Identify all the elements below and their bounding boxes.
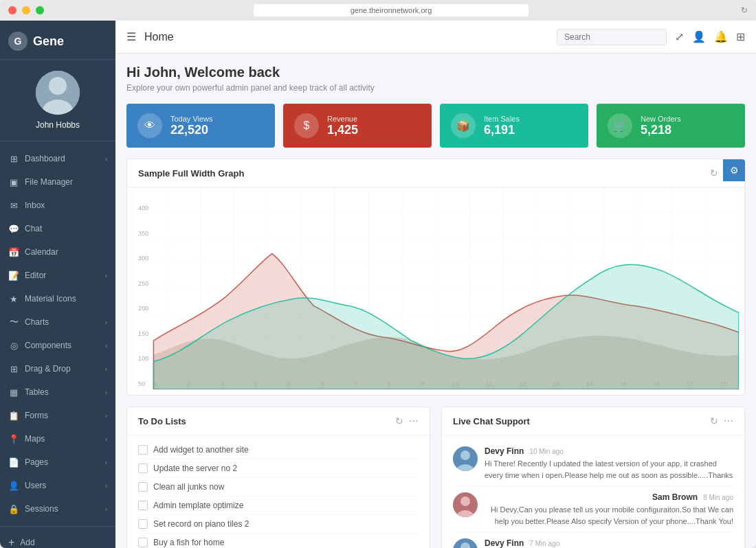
graph-area: 50 100 150 200 250 300 350 400 bbox=[127, 187, 744, 395]
todo-checkbox[interactable] bbox=[138, 464, 148, 473]
chat-more-icon[interactable]: ⋯ bbox=[724, 415, 733, 426]
account-icon[interactable]: 👤 bbox=[692, 30, 706, 43]
svg-text:200: 200 bbox=[138, 305, 148, 312]
stat-info: New Orders 5,218 bbox=[641, 115, 681, 137]
maximize-button[interactable] bbox=[36, 6, 44, 14]
sidebar-item-charts[interactable]: 〜 Charts › bbox=[0, 310, 115, 334]
sidebar-item-label: Calendar bbox=[25, 247, 107, 257]
sidebar-item-inbox[interactable]: ✉ Inbox bbox=[0, 194, 115, 217]
sidebar-header: G Gene bbox=[0, 21, 115, 60]
sidebar-item-label: Dashboard bbox=[25, 154, 100, 163]
svg-text:11: 11 bbox=[486, 380, 493, 387]
svg-text:6: 6 bbox=[321, 380, 324, 387]
todo-list: Add widget to another site Update the se… bbox=[127, 435, 430, 548]
chat-meta: Sam Brown 8 Min ago bbox=[485, 492, 733, 502]
expand-icon[interactable]: ⤢ bbox=[675, 30, 684, 43]
sidebar-item-label: Components bbox=[25, 341, 100, 350]
sidebar-item-chat[interactable]: 💬 Chat bbox=[0, 217, 115, 240]
todo-panel: To Do Lists ↻ ⋯ Add widget to another si… bbox=[126, 407, 430, 548]
sidebar-item-calendar[interactable]: 📅 Calendar bbox=[0, 240, 115, 264]
sidebar-item-tables[interactable]: ▦ Tables › bbox=[0, 380, 115, 404]
todo-checkbox[interactable] bbox=[138, 519, 148, 529]
drag-drop-icon: ⊞ bbox=[8, 363, 19, 374]
sidebar-item-pages[interactable]: 📄 Pages › bbox=[0, 450, 115, 474]
todo-checkbox[interactable] bbox=[138, 445, 148, 455]
todo-refresh-icon[interactable]: ↻ bbox=[395, 415, 403, 426]
chat-icon: 💬 bbox=[8, 223, 19, 234]
add-button[interactable]: + Add bbox=[8, 532, 107, 548]
sidebar-item-maps[interactable]: 📍 Maps › bbox=[0, 427, 115, 450]
todo-checkbox[interactable] bbox=[138, 538, 148, 547]
add-label: Add bbox=[20, 538, 34, 547]
todo-label: Admin template optimize bbox=[153, 501, 243, 510]
chevron-right-icon: › bbox=[105, 272, 107, 279]
profile-name: John Hobbs bbox=[36, 120, 80, 130]
stat-value: 5,218 bbox=[641, 123, 681, 137]
stat-label: Today Views bbox=[170, 115, 213, 123]
url-bar[interactable]: gene.theironnetwork.org bbox=[254, 4, 529, 16]
chat-avatar bbox=[453, 492, 478, 517]
bottom-row: To Do Lists ↻ ⋯ Add widget to another si… bbox=[126, 407, 745, 548]
top-icons: ⤢ 👤 🔔 ⊞ bbox=[675, 30, 745, 43]
sidebar-item-drag-drop[interactable]: ⊞ Drag & Drop › bbox=[0, 357, 115, 380]
views-icon: 👁 bbox=[137, 113, 162, 138]
svg-text:13: 13 bbox=[553, 380, 559, 387]
chevron-right-icon: › bbox=[105, 435, 107, 443]
menu-icon[interactable]: ☰ bbox=[126, 30, 136, 43]
chat-avatar bbox=[453, 538, 478, 548]
top-bar: ☰ Home ⤢ 👤 🔔 ⊞ bbox=[115, 21, 756, 54]
sidebar-item-dashboard[interactable]: ⊞ Dashboard › bbox=[0, 147, 115, 170]
chat-content: Sam Brown 8 Min ago Hi Devy,Can you plea… bbox=[485, 492, 733, 527]
graph-card-header: Sample Full Width Graph ↻ ⋯ bbox=[127, 159, 744, 187]
close-button[interactable] bbox=[8, 6, 16, 14]
svg-text:350: 350 bbox=[138, 230, 148, 237]
todo-item: Buy a fish for home bbox=[138, 534, 419, 548]
chat-refresh-icon[interactable]: ↻ bbox=[710, 415, 718, 426]
sidebar-item-material-icons[interactable]: ★ Material Icons bbox=[0, 287, 115, 310]
stat-card-revenue: $ Revenue 1,425 bbox=[283, 104, 432, 148]
todo-checkbox[interactable] bbox=[138, 482, 148, 492]
editor-icon: 📝 bbox=[8, 270, 19, 281]
logo-icon: G bbox=[8, 32, 27, 51]
chevron-right-icon: › bbox=[105, 319, 107, 326]
sidebar-item-components[interactable]: ◎ Components › bbox=[0, 334, 115, 357]
sessions-icon: 🔒 bbox=[8, 503, 19, 514]
revenue-icon: $ bbox=[294, 113, 319, 138]
sidebar-item-file-manager[interactable]: ▣ File Manager bbox=[0, 170, 115, 194]
sidebar-item-label: Editor bbox=[25, 271, 100, 280]
sidebar-item-editor[interactable]: 📝 Editor › bbox=[0, 264, 115, 287]
svg-text:10: 10 bbox=[452, 380, 459, 387]
grid-icon[interactable]: ⊞ bbox=[736, 30, 745, 43]
chevron-right-icon: › bbox=[105, 155, 107, 163]
chevron-right-icon: › bbox=[105, 482, 107, 490]
svg-text:250: 250 bbox=[138, 280, 148, 287]
settings-tab[interactable]: ⚙ bbox=[723, 159, 745, 181]
todo-label: Set record on piano tiles 2 bbox=[153, 519, 249, 529]
minimize-button[interactable] bbox=[22, 6, 30, 14]
refresh-action-icon[interactable]: ↻ bbox=[710, 168, 718, 179]
todo-more-icon[interactable]: ⋯ bbox=[409, 415, 419, 426]
app-window: gene.theironnetwork.org ↻ G Gene John Ho… bbox=[0, 0, 756, 548]
todo-title: To Do Lists bbox=[138, 416, 186, 426]
sidebar-item-sessions[interactable]: 🔒 Sessions › bbox=[0, 497, 115, 521]
refresh-icon[interactable]: ↻ bbox=[741, 5, 748, 15]
todo-label: Clean all junks now bbox=[153, 482, 224, 492]
sidebar-profile: John Hobbs bbox=[0, 60, 115, 141]
components-icon: ◎ bbox=[8, 340, 19, 351]
chat-meta: Devy Finn 10 Min ago bbox=[485, 446, 733, 456]
sidebar-item-label: Charts bbox=[25, 317, 100, 327]
sidebar-item-forms[interactable]: 📋 Forms › bbox=[0, 404, 115, 427]
chat-sender: Sam Brown bbox=[652, 492, 698, 502]
notifications-icon[interactable]: 🔔 bbox=[714, 30, 728, 43]
chevron-right-icon: › bbox=[105, 459, 107, 466]
svg-text:9: 9 bbox=[421, 380, 425, 387]
sidebar-item-users[interactable]: 👤 Users › bbox=[0, 474, 115, 497]
stat-label: New Orders bbox=[641, 115, 681, 123]
svg-point-34 bbox=[460, 496, 470, 506]
graph-card: Sample Full Width Graph ↻ ⋯ ⚙ bbox=[126, 159, 745, 396]
todo-checkbox[interactable] bbox=[138, 501, 148, 510]
chat-time: 7 Min ago bbox=[529, 540, 559, 547]
search-input[interactable] bbox=[557, 29, 667, 45]
chat-message: Sam Brown 8 Min ago Hi Devy,Can you plea… bbox=[453, 487, 733, 533]
svg-point-1 bbox=[49, 77, 67, 95]
